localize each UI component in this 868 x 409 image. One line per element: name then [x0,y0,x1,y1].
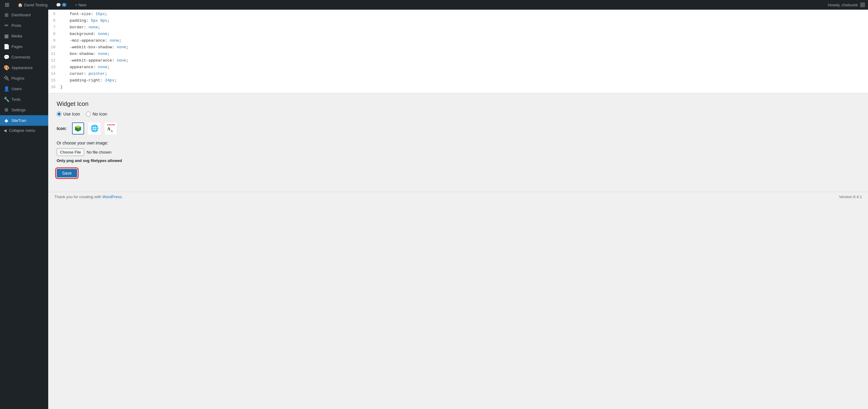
sidebar-item-media[interactable]: ▦ Media [0,31,48,41]
collapse-icon: ◀ [4,128,7,133]
site-name-label: David Testing [24,3,48,7]
code-line-12: 12 -webkit-appearance: none; [48,58,868,64]
icon-mode-radio-group: Use Icon No Icon [57,112,860,116]
sidebar-item-tools[interactable]: 🔧 Tools [0,94,48,105]
code-line-16: 16 } [48,84,868,91]
sidebar-item-users[interactable]: 👤 Users [0,84,48,94]
use-icon-radio[interactable] [57,112,61,116]
pages-icon: 📄 [4,44,9,50]
sidebar-item-sitetran[interactable]: ◆ SiteTran [0,115,48,126]
sidebar-item-label: Comments [11,55,30,59]
code-line-6: 6 padding: 5px 8px; [48,18,868,25]
footer: Thank you for creating with WordPress. V… [48,192,868,202]
comments-icon: 💬 [56,3,61,7]
adminbar-comments[interactable]: 💬 0 [54,0,68,10]
footer-version: Version 6.4.1 [839,195,862,199]
sidebar-item-label: Pages [11,44,23,49]
sidebar-item-label: Dashboard [11,13,31,17]
sidebar-item-label: Media [11,34,22,38]
footer-thank-you: Thank you for creating with [54,195,102,199]
sidebar-item-posts[interactable]: ✏ Posts [0,20,48,31]
avatar [860,2,865,7]
sidebar-item-appearance[interactable]: 🎨 Appearance [0,62,48,73]
sidebar-item-label: SiteTran [11,118,26,123]
code-line-7: 7 border: none; [48,25,868,31]
dashboard-icon: ⊞ [4,12,9,18]
sidebar-item-pages[interactable]: 📄 Pages [0,41,48,52]
comments-count: 0 [62,3,67,7]
settings-icon: ⚙ [4,107,9,113]
sidebar-item-label: Plugins [11,76,24,81]
use-icon-label: Use Icon [63,112,80,116]
save-button-wrapper: Save [57,169,860,177]
sidebar-item-plugins[interactable]: 🔌 Plugins [0,73,48,84]
icon-box-cube[interactable] [72,122,84,135]
code-line-8: 8 background: none; [48,31,868,38]
footer-left: Thank you for creating with WordPress. [54,195,123,199]
sidebar-item-label: Tools [11,97,21,101]
appearance-icon: 🎨 [4,65,9,70]
wp-logo-icon: ⊞ [5,1,9,8]
sidebar-item-dashboard[interactable]: ⊞ Dashboard [0,10,48,20]
no-file-text: No file chosen [87,150,111,154]
adminbar-site-name[interactable]: 🏠 David Testing [16,0,50,10]
save-button[interactable]: Save [57,169,77,177]
no-icon-label: No Icon [93,112,107,116]
svg-text:A: A [107,127,111,131]
code-line-5: 5 font-size: 15px; [48,11,868,18]
code-line-13: 13 appearance: none; [48,64,868,71]
adminbar-right: Howdy, cheburek [828,2,865,7]
icon-row-label: Icon: [57,126,67,131]
sidebar-item-settings[interactable]: ⚙ Settings [0,105,48,115]
cube-icon [74,124,82,133]
sidebar-item-label: Users [11,87,22,91]
home-icon: 🏠 [18,3,23,7]
collapse-menu-button[interactable]: ◀ Collapse menu [0,126,48,135]
media-icon: ▦ [4,33,9,39]
icon-box-translate[interactable]: A A [104,122,117,135]
svg-text:A: A [111,129,113,133]
icon-selector-row: Icon: 🌐 [57,122,860,135]
sidebar-item-label: Settings [11,108,26,112]
admin-bar: ⊞ 🏠 David Testing 💬 0 + New Howdy, chebu… [0,0,868,10]
use-icon-radio-label[interactable]: Use Icon [57,112,80,116]
posts-icon: ✏ [4,23,9,28]
code-line-9: 9 -moz-appearance: none; [48,38,868,45]
howdy-label: Howdy, cheburek [828,3,858,7]
users-icon: 👤 [4,86,9,92]
file-type-note: Only png and svg filetypes allowed [57,158,860,163]
adminbar-new[interactable]: + New [73,0,88,10]
new-label: + New [75,3,86,7]
adminbar-left: ⊞ 🏠 David Testing 💬 0 + New [3,0,88,10]
sidebar-item-label: Appearance [11,65,33,70]
icon-box-globe[interactable]: 🌐 [88,122,100,135]
tools-icon: 🔧 [4,96,9,102]
code-line-14: 14 cursor: pointer; [48,71,868,78]
code-line-10: 10 -webkit-box-shadow: none; [48,45,868,51]
collapse-label: Collapse menu [9,128,35,133]
main-content: 5 font-size: 15px; 6 padding: 5px 8px; 7… [48,10,868,409]
sidebar-item-label: Posts [11,23,22,28]
choose-image-label: Or choose your own image: [57,141,860,145]
code-line-15: 15 padding-right: 24px; [48,78,868,84]
globe-icon: 🌐 [90,124,98,133]
file-input-row: Choose File No file chosen [57,148,860,156]
sitetran-icon: ◆ [4,118,9,123]
choose-file-button[interactable]: Choose File [57,148,84,156]
translate-icon: A A [106,124,115,133]
code-line-11: 11 box-shadow: none; [48,51,868,58]
footer-wordpress-link[interactable]: WordPress. [102,195,123,199]
code-editor: 5 font-size: 15px; 6 padding: 5px 8px; 7… [48,10,868,93]
sidebar-item-comments[interactable]: 💬 Comments [0,52,48,62]
comments-icon: 💬 [4,54,9,60]
adminbar-wp-logo[interactable]: ⊞ [3,0,11,10]
plugins-icon: 🔌 [4,76,9,81]
no-icon-radio-label[interactable]: No Icon [86,112,107,116]
widget-icon-section: Widget Icon Use Icon No Icon Icon: [48,93,868,192]
section-title: Widget Icon [57,100,860,107]
sidebar: ⊞ Dashboard ✏ Posts ▦ Media 📄 Pages 💬 Co… [0,10,48,409]
no-icon-radio[interactable] [86,112,91,116]
